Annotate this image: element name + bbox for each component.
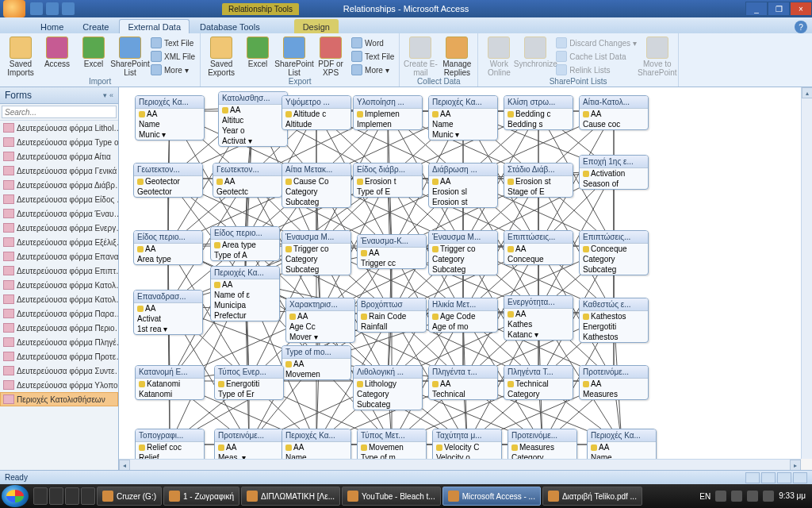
taskbar-item[interactable]: Cruzer (G:) [97, 487, 162, 506]
manage-replies-button[interactable]: Manage Replies [439, 35, 474, 77]
vertical-scrollbar[interactable]: ▴ [801, 87, 812, 459]
view-button-4[interactable] [793, 472, 807, 483]
table-box[interactable]: Κλίση στρω...Bedding cBedding s [504, 95, 573, 130]
table-field[interactable]: Category [429, 254, 497, 264]
scroll-left-icon[interactable]: ◂ [119, 460, 130, 470]
taskbar-item[interactable]: Διατριβή Teliko.pdf ... [542, 487, 642, 506]
table-field[interactable]: Activat [134, 314, 202, 324]
table-field[interactable]: AA [504, 244, 573, 254]
form-item[interactable]: Δευτερεύουσα φόρμα Κατολ… [0, 292, 118, 306]
table-box[interactable]: ΒροχόπτωσRain CodeRainfall [357, 298, 427, 333]
import-excel-button[interactable]: Excel [76, 35, 111, 69]
scroll-right-icon[interactable]: ▸ [790, 460, 801, 470]
table-box[interactable]: Περιοχές Κα...AANameMunic ▾ [135, 95, 205, 140]
tab-create[interactable]: Create [74, 19, 117, 33]
table-field[interactable]: Kathes [504, 319, 573, 329]
table-field[interactable]: AA [219, 105, 287, 115]
table-field[interactable]: Age Cc [286, 321, 354, 332]
table-field[interactable]: Implemen [354, 109, 422, 119]
table-field[interactable]: Season of [580, 179, 648, 189]
table-box[interactable]: Ηλικία Μετ...Age CodeAge of mo [428, 298, 498, 333]
table-field[interactable]: Age of mo [429, 321, 497, 332]
table-field[interactable]: AA [429, 176, 497, 187]
table-field[interactable]: Technical [429, 389, 497, 399]
table-field[interactable]: Cause Co [282, 176, 350, 187]
table-field[interactable]: AA [286, 311, 354, 321]
table-field[interactable]: Erosion st [429, 197, 497, 207]
table-field[interactable]: AA [580, 379, 648, 389]
table-field[interactable]: AA [213, 176, 282, 187]
saved-imports-button[interactable]: Saved Imports [3, 35, 38, 77]
table-field[interactable]: Geotector [134, 187, 202, 197]
help-button[interactable]: ? [795, 21, 807, 33]
table-field[interactable]: Municipa [211, 300, 279, 310]
table-field[interactable]: Munic ▾ [136, 129, 204, 140]
table-field[interactable]: Kathestos [580, 311, 648, 321]
table-field[interactable]: AA [429, 109, 497, 119]
export-splist-button[interactable]: SharePoint List [277, 35, 312, 77]
table-field[interactable]: 1st rea ▾ [134, 324, 202, 334]
table-field[interactable]: Stage of E [504, 187, 573, 197]
form-item[interactable]: Δευτερεύουσα φόρμα Προτε… [0, 349, 118, 364]
relationships-canvas[interactable]: Περιοχές Κα...AANameMunic ▾Κατολισθησ...… [119, 87, 801, 459]
table-field[interactable]: Movemen [358, 442, 426, 452]
create-email-button[interactable]: Create E-mail [403, 35, 438, 77]
pinned-icon[interactable] [65, 487, 79, 505]
minimize-button[interactable]: _ [745, 2, 768, 16]
table-box[interactable]: Προτεινόμε...AAMeasures [579, 365, 649, 400]
clock[interactable]: 9:33 μμ [779, 492, 806, 500]
table-box[interactable]: Αίτια-Κατολ...AACause coc [579, 95, 649, 130]
form-item[interactable]: Δευτερεύουσα φόρμα Εξέλιξ… [0, 235, 118, 249]
table-field[interactable]: Velocity C [433, 442, 501, 452]
table-box[interactable]: Διάβρωση ...AAErosion slErosion st [428, 163, 498, 208]
table-box[interactable]: Επιπτώσεις...ConcequeCategorySubcateg [579, 230, 649, 275]
pinned-icon[interactable] [33, 487, 48, 505]
table-box[interactable]: Ενεργότητα...AAKathesKatanc ▾ [504, 295, 573, 341]
table-field[interactable]: Conceque [504, 254, 573, 264]
saved-exports-button[interactable]: Saved Exports [204, 35, 239, 77]
tab-database-tools[interactable]: Database Tools [191, 19, 269, 33]
form-item[interactable]: Δευτερεύουσα φόρμα Πληγέ… [0, 335, 118, 349]
table-field[interactable]: Kathestos [580, 332, 648, 342]
table-field[interactable]: Year o [219, 125, 287, 136]
table-field[interactable]: AA [211, 279, 279, 290]
import-access-button[interactable]: Access [40, 35, 75, 69]
chevron-down-icon[interactable]: ▾ « [103, 91, 113, 99]
tab-external-data[interactable]: External Data [119, 19, 190, 33]
table-box[interactable]: Έναυσμα Μ...Trigger coCategorySubcateg [428, 230, 498, 275]
table-field[interactable]: Katanomi [136, 379, 204, 389]
table-box[interactable]: Χαρακτηρισ...AAAge CcMover ▾ [285, 298, 355, 343]
table-field[interactable]: Measures [508, 442, 576, 452]
table-field[interactable]: Munic ▾ [429, 129, 497, 140]
view-button-3[interactable] [777, 472, 791, 483]
table-field[interactable]: AA [504, 309, 573, 319]
table-field[interactable]: Katanomi [136, 389, 204, 399]
table-field[interactable]: Type of A [211, 250, 279, 260]
table-field[interactable]: Altitude c [282, 109, 350, 119]
form-item[interactable]: Δευτερεύουσα φόρμα Ενεργ… [0, 221, 118, 235]
table-field[interactable]: Conceque [580, 244, 648, 254]
start-button[interactable] [2, 485, 29, 507]
form-item[interactable]: Δευτερεύουσα φόρμα Κατολ… [0, 278, 118, 292]
table-field[interactable]: AA [134, 303, 202, 314]
table-field[interactable]: Subcateg [282, 197, 350, 207]
pinned-icon[interactable] [81, 487, 95, 505]
table-field[interactable]: Category [580, 254, 648, 264]
table-field[interactable]: Altituc [219, 115, 287, 125]
table-field[interactable]: Name [429, 119, 497, 129]
table-box[interactable]: Αίτια Μετακ...Cause CoCategorySubcateg [282, 163, 351, 208]
tab-home[interactable]: Home [32, 19, 72, 33]
table-field[interactable]: Category [354, 389, 422, 399]
table-field[interactable]: Measures [580, 389, 648, 399]
export-word-button[interactable]: Word [350, 37, 396, 49]
table-field[interactable]: Erosion st [504, 176, 573, 187]
table-field[interactable]: Subcateg [354, 399, 422, 410]
export-pdf-button[interactable]: PDF or XPS [313, 35, 348, 77]
taskbar-item[interactable]: Microsoft Access - ... [442, 487, 541, 506]
work-online-button[interactable]: Work Online [481, 35, 516, 77]
table-field[interactable]: Activation [580, 168, 648, 179]
table-field[interactable]: Name [136, 119, 204, 129]
table-field[interactable]: Type of E [354, 187, 422, 197]
table-field[interactable]: AA [588, 442, 656, 452]
view-button-1[interactable] [745, 472, 760, 483]
